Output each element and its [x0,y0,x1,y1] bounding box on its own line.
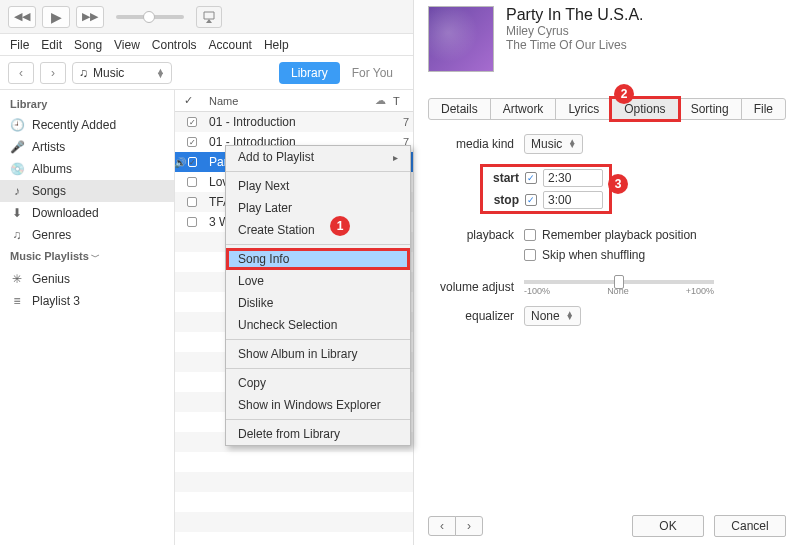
menu-help[interactable]: Help [264,38,289,52]
ctx-delete[interactable]: Delete from Library [226,423,410,445]
menu-file[interactable]: File [10,38,29,52]
airplay-icon [202,11,216,23]
tab-details[interactable]: Details [428,98,491,120]
next-track-button[interactable]: ▶▶ [76,6,104,28]
sidebar-item-label: Genres [32,228,71,242]
menu-song[interactable]: Song [74,38,102,52]
label-equalizer: equalizer [428,309,524,323]
equalizer-select[interactable]: None▲▼ [524,306,581,326]
mic-icon: 🎤 [10,140,24,154]
sidebar-item-recently-added[interactable]: 🕘Recently Added [0,114,174,136]
ctx-add-to-playlist[interactable]: Add to Playlist▸ [226,146,410,168]
ctx-song-info[interactable]: Song Info [226,248,410,270]
back-button[interactable]: ‹ [8,62,34,84]
playlist-icon: ≡ [10,294,24,308]
clock-icon: 🕘 [10,118,24,132]
marker-2: 2 [614,84,634,104]
label-start: start [485,171,519,185]
play-button[interactable]: ▶ [42,6,70,28]
ctx-create-station[interactable]: Create Station [226,219,410,241]
next-item-button[interactable]: › [455,516,483,536]
track-album: The Time Of Our Lives [506,38,644,52]
tab-sorting[interactable]: Sorting [678,98,742,120]
ctx-dislike[interactable]: Dislike [226,292,410,314]
ok-button[interactable]: OK [632,515,704,537]
cancel-button[interactable]: Cancel [714,515,786,537]
prev-item-button[interactable]: ‹ [428,516,456,536]
tab-for-you[interactable]: For You [340,62,405,84]
sidebar-item-downloaded[interactable]: ⬇Downloaded [0,202,174,224]
label-playback: playback [428,228,524,242]
sidebar-item-genres[interactable]: ♫Genres [0,224,174,246]
menu-account[interactable]: Account [209,38,252,52]
dialog-footer: ‹ › OK Cancel [428,507,786,537]
marker-3: 3 [608,174,628,194]
sidebar: Library 🕘Recently Added 🎤Artists 💿Albums… [0,90,175,545]
sidebar-item-label: Albums [32,162,72,176]
track-title: Party In The U.S.A. [506,6,644,24]
ctx-play-next[interactable]: Play Next [226,175,410,197]
airplay-button[interactable] [196,6,222,28]
label-stop: stop [485,193,519,207]
menu-controls[interactable]: Controls [152,38,197,52]
tab-artwork[interactable]: Artwork [490,98,557,120]
remember-position-checkbox[interactable] [524,229,536,241]
source-select[interactable]: ♫ Music ▲▼ [72,62,172,84]
stop-checkbox[interactable]: ✓ [525,194,537,206]
sidebar-item-albums[interactable]: 💿Albums [0,158,174,180]
start-time-input[interactable]: 2:30 [543,169,603,187]
stop-time-input[interactable]: 3:00 [543,191,603,209]
table-row[interactable]: ✓01 - Introduction7 [175,112,413,132]
sidebar-item-label: Recently Added [32,118,116,132]
start-checkbox[interactable]: ✓ [525,172,537,184]
label-volume-adjust: volume adjust [428,280,524,294]
label-remember: Remember playback position [542,228,697,242]
sidebar-item-playlist3[interactable]: ≡Playlist 3 [0,290,174,312]
col-time[interactable]: T [393,95,413,107]
sidebar-item-genius[interactable]: ✳Genius [0,268,174,290]
genius-icon: ✳ [10,272,24,286]
sidebar-item-label: Songs [32,184,66,198]
nav-row: ‹ › ♫ Music ▲▼ Library For You [0,56,413,90]
ctx-uncheck[interactable]: Uncheck Selection [226,314,410,336]
info-tabs: Details Artwork Lyrics Options Sorting F… [428,98,786,120]
prev-track-button[interactable]: ◀◀ [8,6,36,28]
volume-adjust-slider[interactable] [524,280,714,284]
ctx-copy[interactable]: Copy [226,372,410,394]
forward-button[interactable]: › [40,62,66,84]
cloud-icon[interactable]: ☁ [367,94,393,107]
song-info-dialog: Party In The U.S.A. Miley Cyrus The Time… [414,0,800,545]
sidebar-head-library: Library [0,94,174,114]
context-menu: Add to Playlist▸ Play Next Play Later Cr… [225,145,411,446]
volume-slider[interactable] [116,15,184,19]
media-kind-select[interactable]: Music▲▼ [524,134,583,154]
menu-edit[interactable]: Edit [41,38,62,52]
chevron-right-icon: ▸ [393,152,398,163]
sidebar-item-label: Genius [32,272,70,286]
label-skip: Skip when shuffling [542,248,645,262]
ctx-love[interactable]: Love [226,270,410,292]
marker-1: 1 [330,216,350,236]
itunes-window: ◀◀ ▶ ▶▶ File Edit Song View Controls Acc… [0,0,414,545]
note-icon: ♪ [10,184,24,198]
col-name[interactable]: Name [201,95,367,107]
music-note-icon: ♫ [79,66,88,80]
tab-lyrics[interactable]: Lyrics [555,98,612,120]
speaker-icon: 🔊 [175,157,186,168]
col-check[interactable]: ✓ [175,94,201,107]
ctx-show-explorer[interactable]: Show in Windows Explorer [226,394,410,416]
source-label: Music [93,66,124,80]
sidebar-head-playlists[interactable]: Music Playlists﹀ [0,246,174,268]
ctx-play-later[interactable]: Play Later [226,197,410,219]
skip-shuffle-checkbox[interactable] [524,249,536,261]
titlebar: ◀◀ ▶ ▶▶ [0,0,413,34]
menu-view[interactable]: View [114,38,140,52]
label-media-kind: media kind [428,137,524,151]
sidebar-item-artists[interactable]: 🎤Artists [0,136,174,158]
sidebar-item-songs[interactable]: ♪Songs [0,180,174,202]
tab-file[interactable]: File [741,98,786,120]
column-header: ✓ Name ☁ T [175,90,413,112]
tab-library[interactable]: Library [279,62,340,84]
album-artwork [428,6,494,72]
ctx-show-album[interactable]: Show Album in Library [226,343,410,365]
